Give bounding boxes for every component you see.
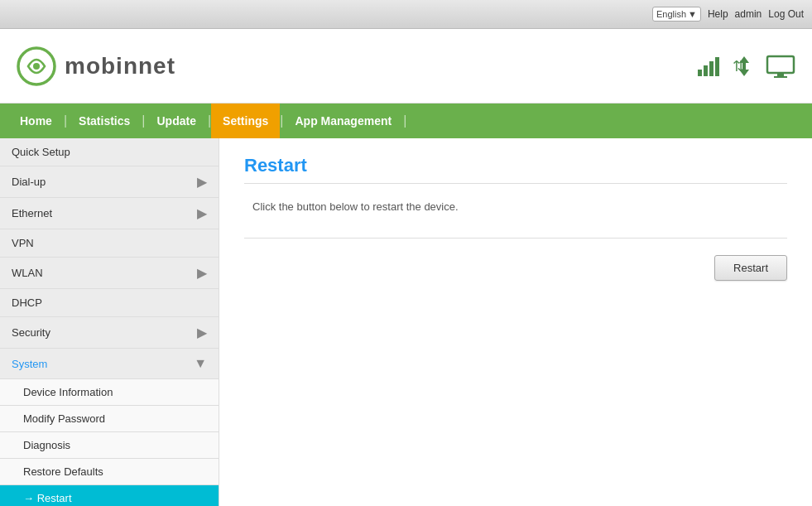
monitor-icon — [766, 55, 795, 78]
main-layout: Quick Setup Dial-up ▶ Ethernet ▶ VPN WLA… — [0, 138, 812, 506]
sidebar-item-security[interactable]: Security ▶ — [0, 317, 219, 349]
language-label: English — [656, 9, 686, 19]
chevron-wlan-icon: ▶ — [197, 265, 207, 281]
sidebar-item-wlan[interactable]: WLAN ▶ — [0, 258, 219, 289]
svg-rect-13 — [774, 76, 787, 78]
top-bar-right: English ▼ Help admin Log Out — [652, 7, 804, 22]
svg-rect-5 — [715, 57, 719, 76]
sidebar-label-quick-setup: Quick Setup — [12, 146, 70, 158]
sidebar-item-dhcp[interactable]: DHCP — [0, 289, 219, 317]
svg-rect-12 — [777, 73, 784, 76]
page-title: Restart — [244, 155, 787, 184]
sidebar-label-dialup: Dial-up — [12, 176, 46, 188]
language-selector[interactable]: English ▼ — [652, 7, 701, 22]
signal-icon — [696, 55, 723, 78]
sidebar-sub-label-restore-defaults: Restore Defaults — [23, 465, 103, 478]
sidebar: Quick Setup Dial-up ▶ Ethernet ▶ VPN WLA… — [0, 138, 219, 506]
sidebar-label-wlan: WLAN — [12, 267, 43, 279]
nav-app-management[interactable]: App Management — [283, 104, 403, 138]
nav-sep-5: | — [403, 113, 406, 128]
language-arrow-icon: ▼ — [688, 9, 697, 19]
sidebar-sub-restore-defaults[interactable]: Restore Defaults — [0, 459, 219, 485]
admin-link[interactable]: admin — [735, 8, 762, 20]
header-status-icons: ⇅ — [696, 55, 795, 78]
sidebar-label-dhcp: DHCP — [12, 296, 42, 309]
transfer-icon: ⇅ — [733, 55, 756, 78]
nav-statistics[interactable]: Statistics — [67, 104, 142, 138]
sidebar-sub-label-restart: Restart — [37, 492, 72, 504]
sidebar-item-vpn[interactable]: VPN — [0, 229, 219, 258]
nav-update[interactable]: Update — [145, 104, 207, 138]
svg-rect-4 — [709, 61, 714, 76]
chevron-ethernet-icon: ▶ — [197, 205, 207, 221]
top-bar: English ▼ Help admin Log Out — [0, 0, 812, 29]
help-link[interactable]: Help — [708, 8, 728, 20]
sidebar-sub-label-diagnosis: Diagnosis — [23, 439, 70, 451]
sidebar-label-system: System — [12, 358, 47, 370]
nav-bar: Home | Statistics | Update | Settings | … — [0, 104, 812, 138]
sidebar-sub-diagnosis[interactable]: Diagnosis — [0, 432, 219, 459]
logout-link[interactable]: Log Out — [768, 8, 804, 20]
content-area: Restart Click the button below to restar… — [219, 138, 812, 506]
logo: mobinnet — [17, 46, 175, 86]
sidebar-sub-label-modify-password: Modify Password — [23, 412, 105, 425]
nav-settings[interactable]: Settings — [211, 104, 280, 138]
sidebar-label-security: Security — [12, 326, 50, 339]
chevron-security-icon: ▶ — [197, 325, 207, 340]
sidebar-sub-restart[interactable]: Restart — [0, 485, 219, 506]
sidebar-item-ethernet[interactable]: Ethernet ▶ — [0, 198, 219, 229]
sidebar-item-dialup[interactable]: Dial-up ▶ — [0, 166, 219, 198]
sidebar-label-ethernet: Ethernet — [12, 207, 52, 219]
sidebar-item-quick-setup[interactable]: Quick Setup — [0, 138, 219, 166]
sidebar-sub-label-device-info: Device Information — [23, 386, 113, 398]
restart-button[interactable]: Restart — [714, 255, 787, 281]
nav-home[interactable]: Home — [8, 104, 64, 138]
content-divider — [244, 238, 787, 239]
chevron-dialup-icon: ▶ — [197, 174, 207, 190]
svg-text:⇅: ⇅ — [733, 58, 745, 75]
svg-rect-11 — [767, 56, 794, 73]
sidebar-item-system[interactable]: System ▼ — [0, 349, 219, 379]
sidebar-sub-device-info[interactable]: Device Information — [0, 379, 219, 406]
svg-point-1 — [33, 63, 40, 70]
content-action-area: Restart — [244, 255, 787, 281]
logo-icon — [17, 46, 56, 86]
svg-rect-3 — [704, 65, 708, 76]
header: mobinnet ⇅ — [0, 29, 812, 104]
content-description: Click the button below to restart the de… — [252, 200, 787, 213]
logo-text: mobinnet — [65, 53, 175, 80]
chevron-system-icon: ▼ — [194, 356, 207, 371]
sidebar-sub-modify-password[interactable]: Modify Password — [0, 406, 219, 432]
sidebar-label-vpn: VPN — [12, 237, 34, 249]
svg-rect-2 — [698, 70, 702, 76]
